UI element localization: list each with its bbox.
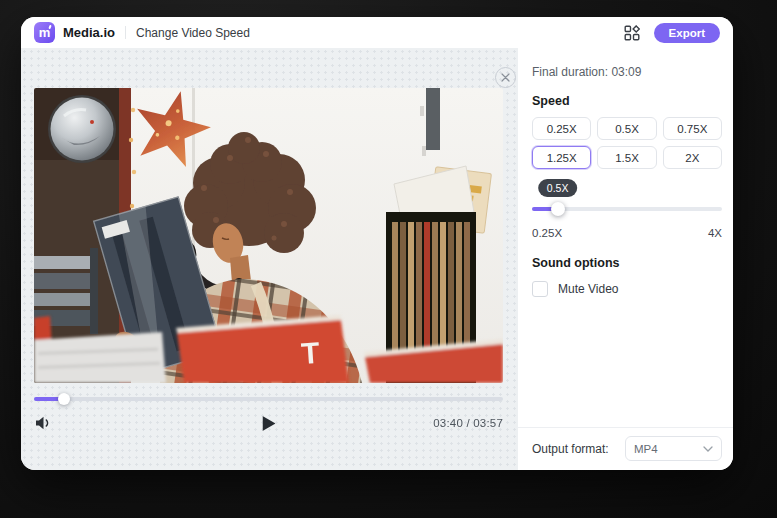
video-scene: T — [34, 88, 503, 383]
output-format-label: Output format: — [532, 442, 609, 456]
speed-slider: 0.5X — [532, 179, 722, 223]
speed-option-1.25x[interactable]: 1.25X — [532, 146, 591, 169]
page-title: Change Video Speed — [136, 26, 250, 40]
speed-option-0.25x[interactable]: 0.25X — [532, 117, 591, 140]
header: m Media.io Change Video Speed Export — [21, 17, 733, 48]
speed-option-1.5x[interactable]: 1.5X — [597, 146, 656, 169]
play-icon — [262, 416, 275, 431]
slider-tooltip: 0.5X — [538, 179, 578, 197]
sound-options-label: Sound options — [532, 256, 722, 270]
player-pane: T — [21, 48, 518, 470]
speed-panel: Final duration: 03:09 Speed 0.25X 0.5X 0… — [518, 48, 733, 470]
mediaio-logo[interactable]: m — [34, 22, 55, 43]
seek-thumb[interactable] — [58, 393, 70, 405]
close-icon — [501, 73, 510, 82]
slider-thumb[interactable] — [551, 202, 565, 216]
close-button[interactable] — [495, 67, 516, 88]
video-frame[interactable]: T — [34, 88, 503, 383]
header-divider — [125, 26, 126, 39]
export-button[interactable]: Export — [654, 23, 720, 43]
volume-icon — [34, 415, 52, 431]
apps-grid-icon[interactable] — [624, 25, 640, 41]
slider-max-label: 4X — [708, 227, 722, 239]
brand-name: Media.io — [63, 25, 115, 40]
time-display: 03:40 / 03:57 — [433, 417, 503, 429]
player-controls: 03:40 / 03:57 — [34, 410, 503, 436]
app-window: m Media.io Change Video Speed Export — [21, 17, 733, 470]
chevron-down-icon — [703, 446, 713, 452]
mute-video-option[interactable]: Mute Video — [532, 281, 722, 297]
format-value: MP4 — [634, 443, 658, 455]
speed-option-0.75x[interactable]: 0.75X — [663, 117, 722, 140]
speed-option-2x[interactable]: 2X — [663, 146, 722, 169]
output-format-row: Output format: MP4 — [518, 427, 733, 470]
mute-label: Mute Video — [558, 282, 619, 296]
slider-range-labels: 0.25X 4X — [532, 227, 722, 239]
seek-bar[interactable] — [34, 392, 503, 405]
play-button[interactable] — [262, 416, 275, 431]
main-area: T — [21, 48, 733, 470]
seek-track[interactable] — [34, 397, 503, 401]
format-dropdown[interactable]: MP4 — [625, 436, 722, 461]
final-duration: Final duration: 03:09 — [532, 65, 722, 79]
slider-min-label: 0.25X — [532, 227, 562, 239]
speed-options: 0.25X 0.5X 0.75X 1.25X 1.5X 2X — [532, 117, 722, 169]
mirror-decor — [48, 95, 116, 163]
speed-option-0.5x[interactable]: 0.5X — [597, 117, 656, 140]
logo-letter: m — [39, 26, 51, 39]
mute-checkbox[interactable] — [532, 281, 548, 297]
bin-letter: T — [300, 336, 321, 370]
speed-section-label: Speed — [532, 94, 722, 108]
volume-button[interactable] — [34, 415, 52, 431]
